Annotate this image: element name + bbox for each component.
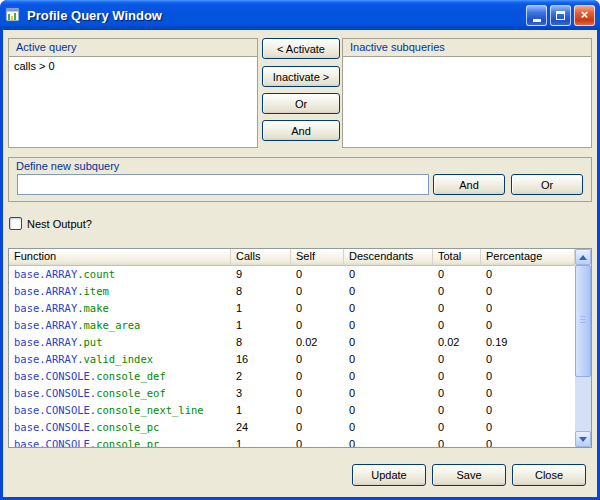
descendants-cell: 0 [344, 283, 433, 300]
function-feature: console_pr [96, 438, 159, 447]
window-icon[interactable] [5, 7, 21, 23]
self-cell: 0 [291, 385, 344, 402]
column-header-total[interactable]: Total [433, 249, 481, 266]
column-header-function[interactable]: Function [9, 249, 231, 266]
function-prefix: base.ARRAY. [14, 336, 84, 348]
table-row[interactable]: base.ARRAY.count 9 0 0 0 0 [9, 266, 575, 283]
total-cell: 0 [433, 300, 481, 317]
subquery-and-button[interactable]: And [433, 174, 505, 195]
calls-cell: 8 [231, 283, 291, 300]
function-cell: base.ARRAY.count [9, 266, 231, 283]
function-cell: base.ARRAY.item [9, 283, 231, 300]
nest-output-label[interactable]: Nest Output? [27, 218, 92, 230]
self-cell: 0 [291, 317, 344, 334]
total-cell: 0 [433, 351, 481, 368]
nest-output-checkbox[interactable] [9, 217, 22, 230]
self-cell: 0.02 [291, 334, 344, 351]
subquery-input[interactable] [17, 174, 429, 195]
function-cell: base.ARRAY.valid_index [9, 351, 231, 368]
inactive-subqueries-group: Inactive subqueries [342, 38, 592, 148]
close-dialog-button[interactable]: Close [512, 464, 586, 486]
function-cell: base.CONSOLE.console_pr [9, 436, 231, 447]
percentage-cell: 0.19 [481, 334, 575, 351]
close-button[interactable]: × [574, 5, 595, 26]
maximize-button[interactable] [550, 5, 571, 26]
table-row[interactable]: base.CONSOLE.console_pr 1 0 0 0 0 [9, 436, 575, 447]
descendants-cell: 0 [344, 419, 433, 436]
descendants-cell: 0 [344, 317, 433, 334]
calls-cell: 1 [231, 317, 291, 334]
descendants-cell: 0 [344, 436, 433, 447]
active-query-group: Active query calls > 0 [8, 38, 258, 148]
table-row[interactable]: base.CONSOLE.console_eof 3 0 0 0 0 [9, 385, 575, 402]
table-row[interactable]: base.ARRAY.make 1 0 0 0 0 [9, 300, 575, 317]
save-button[interactable]: Save [432, 464, 506, 486]
function-prefix: base.ARRAY. [14, 319, 84, 331]
define-subquery-group: Define new subquery And Or [8, 157, 592, 202]
function-cell: base.CONSOLE.console_def [9, 368, 231, 385]
table-body: base.ARRAY.count 9 0 0 0 0 base.ARRAY.it… [9, 266, 575, 447]
function-feature: count [84, 268, 116, 280]
function-prefix: base.ARRAY. [14, 285, 84, 297]
subquery-or-button[interactable]: Or [511, 174, 583, 195]
calls-cell: 8 [231, 334, 291, 351]
self-cell: 0 [291, 283, 344, 300]
function-feature: console_next_line [96, 404, 203, 416]
function-cell: base.ARRAY.put [9, 334, 231, 351]
table-row[interactable]: base.ARRAY.item 8 0 0 0 0 [9, 283, 575, 300]
vertical-scrollbar[interactable] [575, 249, 591, 447]
percentage-cell: 0 [481, 300, 575, 317]
percentage-cell: 0 [481, 419, 575, 436]
table-row[interactable]: base.CONSOLE.console_next_line 1 0 0 0 0 [9, 402, 575, 419]
and-button[interactable]: And [262, 120, 340, 141]
column-header-calls[interactable]: Calls [231, 249, 291, 266]
self-cell: 0 [291, 351, 344, 368]
descendants-cell: 0 [344, 402, 433, 419]
scroll-up-button[interactable] [575, 249, 591, 265]
calls-cell: 24 [231, 419, 291, 436]
self-cell: 0 [291, 419, 344, 436]
function-prefix: base.ARRAY. [14, 353, 84, 365]
minimize-icon [533, 19, 541, 22]
titlebar[interactable]: Profile Query Window × [0, 0, 600, 30]
descendants-cell: 0 [344, 266, 433, 283]
scroll-down-button[interactable] [575, 431, 591, 447]
function-feature: item [84, 285, 109, 297]
function-prefix: base.ARRAY. [14, 268, 84, 280]
total-cell: 0 [433, 368, 481, 385]
arrow-down-icon [579, 437, 587, 442]
calls-cell: 16 [231, 351, 291, 368]
percentage-cell: 0 [481, 368, 575, 385]
column-header-percentage[interactable]: Percentage [481, 249, 575, 266]
minimize-button[interactable] [526, 5, 547, 26]
table-row[interactable]: base.ARRAY.valid_index 16 0 0 0 0 [9, 351, 575, 368]
percentage-cell: 0 [481, 385, 575, 402]
update-button[interactable]: Update [352, 464, 426, 486]
descendants-cell: 0 [344, 334, 433, 351]
table-row[interactable]: base.ARRAY.put 8 0.02 0 0.02 0.19 [9, 334, 575, 351]
or-button[interactable]: Or [262, 93, 340, 114]
table-row[interactable]: base.CONSOLE.console_pc 24 0 0 0 0 [9, 419, 575, 436]
inactivate-button[interactable]: Inactivate > [262, 66, 340, 87]
inactive-subqueries-list[interactable] [343, 56, 591, 147]
arrow-up-icon [579, 255, 587, 260]
function-prefix: base.CONSOLE. [14, 387, 96, 399]
function-feature: console_eof [96, 387, 166, 399]
calls-cell: 1 [231, 300, 291, 317]
scrollbar-thumb[interactable] [575, 265, 591, 377]
active-query-list[interactable]: calls > 0 [9, 56, 257, 147]
function-prefix: base.CONSOLE. [14, 421, 96, 433]
function-feature: console_def [96, 370, 166, 382]
total-cell: 0 [433, 385, 481, 402]
total-cell: 0 [433, 419, 481, 436]
percentage-cell: 0 [481, 402, 575, 419]
self-cell: 0 [291, 266, 344, 283]
active-query-item[interactable]: calls > 0 [9, 57, 257, 75]
table-row[interactable]: base.ARRAY.make_area 1 0 0 0 0 [9, 317, 575, 334]
dialog-body: Active query calls > 0 < Activate Inacti… [3, 30, 597, 497]
activate-button[interactable]: < Activate [262, 38, 340, 59]
table-row[interactable]: base.CONSOLE.console_def 2 0 0 0 0 [9, 368, 575, 385]
nest-output-row: Nest Output? [9, 217, 92, 230]
column-header-self[interactable]: Self [291, 249, 344, 266]
column-header-descendants[interactable]: Descendants [344, 249, 433, 266]
